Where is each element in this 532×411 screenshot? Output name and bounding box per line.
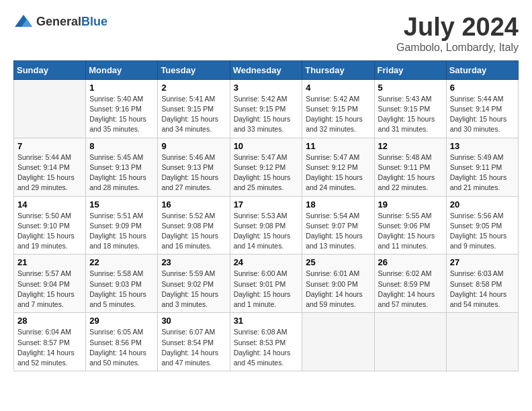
calendar-cell: 11Sunrise: 5:47 AM Sunset: 9:12 PM Dayli… [302, 138, 374, 196]
weekday-header-tuesday: Tuesday [158, 60, 230, 79]
calendar-cell: 14Sunrise: 5:50 AM Sunset: 9:10 PM Dayli… [14, 196, 86, 255]
day-number: 9 [161, 141, 226, 151]
weekday-header-thursday: Thursday [302, 60, 374, 79]
day-number: 26 [378, 257, 443, 267]
day-info: Sunrise: 5:48 AM Sunset: 9:11 PM Dayligh… [378, 152, 443, 193]
day-number: 16 [161, 199, 226, 210]
calendar-cell: 18Sunrise: 5:54 AM Sunset: 9:07 PM Dayli… [302, 196, 374, 255]
day-info: Sunrise: 5:57 AM Sunset: 9:04 PM Dayligh… [17, 269, 82, 310]
calendar-cell: 8Sunrise: 5:45 AM Sunset: 9:13 PM Daylig… [86, 138, 158, 196]
day-info: Sunrise: 5:52 AM Sunset: 9:08 PM Dayligh… [161, 211, 226, 252]
calendar-cell: 12Sunrise: 5:48 AM Sunset: 9:11 PM Dayli… [374, 138, 446, 196]
day-info: Sunrise: 5:56 AM Sunset: 9:05 PM Dayligh… [450, 211, 515, 252]
logo: GeneralBlue [13, 13, 107, 30]
calendar-cell: 10Sunrise: 5:47 AM Sunset: 9:12 PM Dayli… [230, 138, 302, 196]
calendar-cell: 2Sunrise: 5:41 AM Sunset: 9:15 PM Daylig… [158, 79, 230, 138]
day-number: 31 [234, 316, 299, 326]
day-info: Sunrise: 5:42 AM Sunset: 9:15 PM Dayligh… [234, 94, 299, 135]
day-number: 30 [161, 316, 226, 326]
calendar-cell: 25Sunrise: 6:01 AM Sunset: 9:00 PM Dayli… [302, 255, 374, 313]
calendar-cell: 6Sunrise: 5:44 AM Sunset: 9:14 PM Daylig… [446, 79, 518, 138]
day-info: Sunrise: 5:44 AM Sunset: 9:14 PM Dayligh… [450, 94, 515, 135]
day-number: 8 [89, 141, 154, 151]
weekday-header-row: SundayMondayTuesdayWednesdayThursdayFrid… [14, 60, 519, 79]
day-number: 7 [17, 141, 82, 151]
day-info: Sunrise: 5:43 AM Sunset: 9:15 PM Dayligh… [378, 94, 443, 135]
day-number: 12 [378, 141, 443, 151]
day-number: 18 [306, 199, 370, 210]
day-info: Sunrise: 6:04 AM Sunset: 8:57 PM Dayligh… [17, 327, 82, 368]
day-info: Sunrise: 5:41 AM Sunset: 9:15 PM Dayligh… [161, 94, 226, 135]
day-info: Sunrise: 5:53 AM Sunset: 9:08 PM Dayligh… [234, 211, 299, 252]
day-info: Sunrise: 6:03 AM Sunset: 8:58 PM Dayligh… [450, 269, 515, 310]
calendar-cell: 20Sunrise: 5:56 AM Sunset: 9:05 PM Dayli… [446, 196, 518, 255]
logo-blue: Blue [81, 15, 107, 28]
calendar-cell: 26Sunrise: 6:02 AM Sunset: 8:59 PM Dayli… [374, 255, 446, 313]
calendar-cell: 29Sunrise: 6:05 AM Sunset: 8:56 PM Dayli… [86, 313, 158, 371]
day-info: Sunrise: 5:40 AM Sunset: 9:16 PM Dayligh… [89, 94, 154, 135]
calendar-cell: 3Sunrise: 5:42 AM Sunset: 9:15 PM Daylig… [230, 79, 302, 138]
day-number: 17 [234, 199, 299, 210]
calendar-subtitle: Gambolo, Lombardy, Italy [396, 42, 519, 54]
calendar-cell [14, 79, 86, 138]
calendar-cell [302, 313, 374, 371]
day-info: Sunrise: 6:01 AM Sunset: 9:00 PM Dayligh… [306, 269, 370, 310]
page-header: GeneralBlue July 2024 Gambolo, Lombardy,… [13, 13, 519, 54]
calendar-cell: 13Sunrise: 5:49 AM Sunset: 9:11 PM Dayli… [446, 138, 518, 196]
calendar-cell: 24Sunrise: 6:00 AM Sunset: 9:01 PM Dayli… [230, 255, 302, 313]
calendar-cell: 1Sunrise: 5:40 AM Sunset: 9:16 PM Daylig… [86, 79, 158, 138]
day-number: 15 [89, 199, 154, 210]
day-number: 29 [89, 316, 154, 326]
day-number: 10 [234, 141, 299, 151]
logo-general: General [36, 15, 81, 28]
day-number: 27 [450, 257, 515, 267]
day-info: Sunrise: 5:46 AM Sunset: 9:13 PM Dayligh… [161, 152, 226, 193]
day-number: 2 [161, 83, 226, 93]
day-number: 1 [89, 83, 154, 93]
week-row-4: 21Sunrise: 5:57 AM Sunset: 9:04 PM Dayli… [14, 255, 519, 313]
day-info: Sunrise: 5:54 AM Sunset: 9:07 PM Dayligh… [306, 211, 370, 252]
day-number: 22 [89, 257, 154, 267]
calendar-cell: 23Sunrise: 5:59 AM Sunset: 9:02 PM Dayli… [158, 255, 230, 313]
calendar-cell [374, 313, 446, 371]
calendar-cell: 19Sunrise: 5:55 AM Sunset: 9:06 PM Dayli… [374, 196, 446, 255]
week-row-5: 28Sunrise: 6:04 AM Sunset: 8:57 PM Dayli… [14, 313, 519, 371]
day-info: Sunrise: 5:50 AM Sunset: 9:10 PM Dayligh… [17, 211, 82, 252]
calendar-cell: 30Sunrise: 6:07 AM Sunset: 8:54 PM Dayli… [158, 313, 230, 371]
day-number: 13 [450, 141, 515, 151]
logo-icon [13, 13, 34, 30]
day-info: Sunrise: 5:51 AM Sunset: 9:09 PM Dayligh… [89, 211, 154, 252]
day-number: 21 [17, 257, 82, 267]
day-info: Sunrise: 5:42 AM Sunset: 9:15 PM Dayligh… [306, 94, 370, 135]
day-info: Sunrise: 5:45 AM Sunset: 9:13 PM Dayligh… [89, 152, 154, 193]
calendar-title: July 2024 [396, 13, 519, 42]
day-info: Sunrise: 5:44 AM Sunset: 9:14 PM Dayligh… [17, 152, 82, 193]
day-info: Sunrise: 5:55 AM Sunset: 9:06 PM Dayligh… [378, 211, 443, 252]
day-number: 25 [306, 257, 370, 267]
calendar-cell [446, 313, 518, 371]
day-info: Sunrise: 5:47 AM Sunset: 9:12 PM Dayligh… [234, 152, 299, 193]
day-number: 5 [378, 83, 443, 93]
day-number: 20 [450, 199, 515, 210]
day-number: 23 [161, 257, 226, 267]
calendar-cell: 31Sunrise: 6:08 AM Sunset: 8:53 PM Dayli… [230, 313, 302, 371]
logo-text: GeneralBlue [36, 15, 107, 29]
day-number: 28 [17, 316, 82, 326]
day-info: Sunrise: 5:59 AM Sunset: 9:02 PM Dayligh… [161, 269, 226, 310]
day-info: Sunrise: 6:08 AM Sunset: 8:53 PM Dayligh… [234, 327, 299, 368]
weekday-header-monday: Monday [86, 60, 158, 79]
day-number: 14 [17, 199, 82, 210]
day-number: 3 [234, 83, 299, 93]
day-info: Sunrise: 5:58 AM Sunset: 9:03 PM Dayligh… [89, 269, 154, 310]
week-row-3: 14Sunrise: 5:50 AM Sunset: 9:10 PM Dayli… [14, 196, 519, 255]
weekday-header-saturday: Saturday [446, 60, 518, 79]
weekday-header-wednesday: Wednesday [230, 60, 302, 79]
calendar-cell: 16Sunrise: 5:52 AM Sunset: 9:08 PM Dayli… [158, 196, 230, 255]
day-number: 24 [234, 257, 299, 267]
day-info: Sunrise: 5:47 AM Sunset: 9:12 PM Dayligh… [306, 152, 370, 193]
day-info: Sunrise: 5:49 AM Sunset: 9:11 PM Dayligh… [450, 152, 515, 193]
calendar-cell: 4Sunrise: 5:42 AM Sunset: 9:15 PM Daylig… [302, 79, 374, 138]
day-number: 11 [306, 141, 370, 151]
day-info: Sunrise: 6:02 AM Sunset: 8:59 PM Dayligh… [378, 269, 443, 310]
calendar-cell: 22Sunrise: 5:58 AM Sunset: 9:03 PM Dayli… [86, 255, 158, 313]
